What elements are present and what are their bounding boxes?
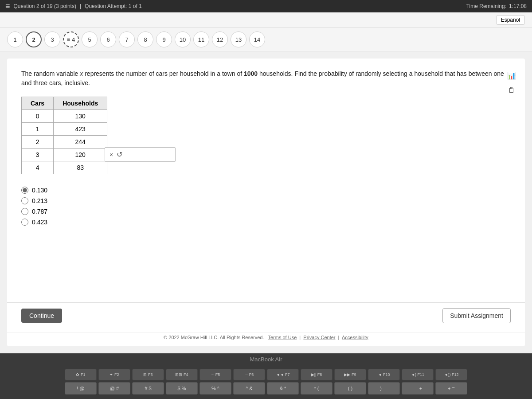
fn-key-f6[interactable]: ··· F6 <box>233 369 265 380</box>
top-bar-left: ≡ Question 2 of 19 (3 points) | Question… <box>5 2 142 11</box>
time-label: Time Remaining: <box>466 3 506 9</box>
radio-group: 0.130 0.213 0.787 0.423 <box>21 187 47 226</box>
households-4: 83 <box>54 161 107 174</box>
cars-2: 2 <box>22 136 54 149</box>
question-text: The random variable x represents the num… <box>21 69 511 88</box>
table-row: 0 130 <box>22 110 107 123</box>
cars-0: 0 <box>22 110 54 123</box>
households-3: 120 <box>54 149 107 161</box>
option-0213[interactable]: 0.213 <box>21 197 47 204</box>
nav-btn-10[interactable]: 10 <box>175 31 191 47</box>
households-2: 244 <box>54 136 107 149</box>
nav-btn-4[interactable]: ≡ 4 <box>63 31 79 47</box>
espanol-button[interactable]: Español <box>496 15 525 25</box>
table-row: 3 120 <box>22 149 107 161</box>
undo-button[interactable]: ↺ <box>117 150 122 159</box>
option-0423[interactable]: 0.423 <box>21 219 47 226</box>
key-rparen[interactable]: ) — <box>368 382 400 395</box>
radio-0423[interactable] <box>21 219 28 226</box>
time-value: 1:17:08 <box>509 3 527 9</box>
fn-key-f10[interactable]: ◄ F10 <box>368 369 400 380</box>
chart-icon[interactable]: 📊 <box>505 69 518 82</box>
key-at[interactable]: @ # <box>98 382 130 395</box>
icons-top-right: 📊 🗒 <box>505 69 518 97</box>
nav-btn-2[interactable]: 2 <box>26 31 42 47</box>
privacy-link[interactable]: Privacy Center <box>303 335 335 340</box>
option-0787-label: 0.787 <box>32 208 47 215</box>
option-0130[interactable]: 0.130 <box>21 187 47 194</box>
main-keys-row: ! @ @ # # $ $ % % ^ ^ & & * * ( ( ) ) — … <box>9 382 523 395</box>
question-info: Question 2 of 19 (3 points) <box>14 3 76 9</box>
nav-btn-11[interactable]: 11 <box>193 31 209 47</box>
submit-assignment-button[interactable]: Submit Assignment <box>442 308 511 323</box>
key-hash[interactable]: # $ <box>132 382 164 395</box>
clear-button[interactable]: × <box>110 151 113 158</box>
fn-key-f9[interactable]: ▶▶ F9 <box>334 369 366 380</box>
nav-btn-5[interactable]: 5 <box>82 31 98 47</box>
option-0213-label: 0.213 <box>32 197 47 204</box>
fn-key-f5[interactable]: ··· F5 <box>200 369 231 380</box>
nav-btn-8[interactable]: 8 <box>137 31 153 47</box>
radio-0213[interactable] <box>21 197 28 204</box>
radio-0130[interactable] <box>21 187 28 194</box>
timer-area: Time Remaining: 1:17:08 <box>466 3 527 9</box>
nav-btn-14[interactable]: 14 <box>249 31 265 47</box>
key-dollar[interactable]: $ % <box>166 382 198 395</box>
nav-btn-13[interactable]: 13 <box>231 31 246 47</box>
copyright-text: © 2022 McGraw Hill LLC. All Rights Reser… <box>164 335 264 340</box>
separator: | <box>80 3 81 9</box>
option-0787[interactable]: 0.787 <box>21 208 47 215</box>
key-plus[interactable]: + = <box>435 382 467 395</box>
radio-0787[interactable] <box>21 208 28 215</box>
fn-key-f2[interactable]: ✦ F2 <box>98 369 130 380</box>
hamburger-icon[interactable]: ≡ <box>5 2 10 11</box>
nav-btn-9[interactable]: 9 <box>156 31 172 47</box>
fn-key-f3[interactable]: ⊞ F3 <box>132 369 164 380</box>
option-0423-label: 0.423 <box>32 219 47 226</box>
options-row: 0.130 0.213 0.787 0.423 × ↺ <box>21 187 511 236</box>
key-lparen[interactable]: ( ) <box>334 382 366 395</box>
question-header: Español <box>0 12 532 28</box>
key-star[interactable]: * ( <box>301 382 332 395</box>
table-row: 2 244 <box>22 136 107 149</box>
question-nav: 1 2 3 ≡ 4 5 6 7 8 9 10 11 12 13 14 <box>0 28 532 51</box>
content-area: 📊 🗒 The random variable x represents the… <box>7 59 525 346</box>
info-icon[interactable]: 🗒 <box>505 84 518 97</box>
accessibility-link[interactable]: Accessibility <box>342 335 368 340</box>
nav-btn-6[interactable]: 6 <box>100 31 116 47</box>
nav-btn-12[interactable]: 12 <box>212 31 228 47</box>
nav-btn-7[interactable]: 7 <box>119 31 135 47</box>
copyright-bar: © 2022 McGraw Hill LLC. All Rights Reser… <box>7 332 525 342</box>
fn-key-f12[interactable]: ◄)) F12 <box>435 369 467 380</box>
col-header-cars: Cars <box>22 97 54 110</box>
option-0130-label: 0.130 <box>32 187 47 194</box>
key-percent[interactable]: % ^ <box>200 382 231 395</box>
bottom-bar: Continue Submit Assignment <box>7 302 525 329</box>
fn-key-f4[interactable]: ⊞⊞ F4 <box>166 369 198 380</box>
key-dash[interactable]: — + <box>402 382 434 395</box>
households-0: 130 <box>54 110 107 123</box>
cars-1: 1 <box>22 123 54 136</box>
fn-key-f8[interactable]: ▶|| F8 <box>301 369 332 380</box>
table-row: 1 423 <box>22 123 107 136</box>
cars-4: 4 <box>22 161 54 174</box>
key-amp[interactable]: & * <box>267 382 299 395</box>
nav-btn-1[interactable]: 1 <box>7 31 23 47</box>
continue-button[interactable]: Continue <box>21 309 62 323</box>
keyboard-area: ✿ F1 ✦ F2 ⊞ F3 ⊞⊞ F4 ··· F5 ··· F6 ◄◄ F7… <box>0 365 532 399</box>
fn-key-f11[interactable]: ◄) F11 <box>402 369 434 380</box>
col-header-households: Households <box>54 97 107 110</box>
fn-key-f1[interactable]: ✿ F1 <box>65 369 97 380</box>
key-caret[interactable]: ^ & <box>233 382 265 395</box>
answer-input-area: × ↺ <box>105 147 176 162</box>
macbook-label: MacBook Air <box>0 353 532 365</box>
top-bar: ≡ Question 2 of 19 (3 points) | Question… <box>0 0 532 12</box>
fn-key-f7[interactable]: ◄◄ F7 <box>267 369 299 380</box>
households-1: 423 <box>54 123 107 136</box>
cars-3: 3 <box>22 149 54 161</box>
nav-btn-3[interactable]: 3 <box>44 31 60 47</box>
key-excl[interactable]: ! @ <box>65 382 97 395</box>
attempt-info: Question Attempt: 1 of 1 <box>85 3 142 9</box>
terms-link[interactable]: Terms of Use <box>268 335 297 340</box>
table-row: 4 83 <box>22 161 107 174</box>
